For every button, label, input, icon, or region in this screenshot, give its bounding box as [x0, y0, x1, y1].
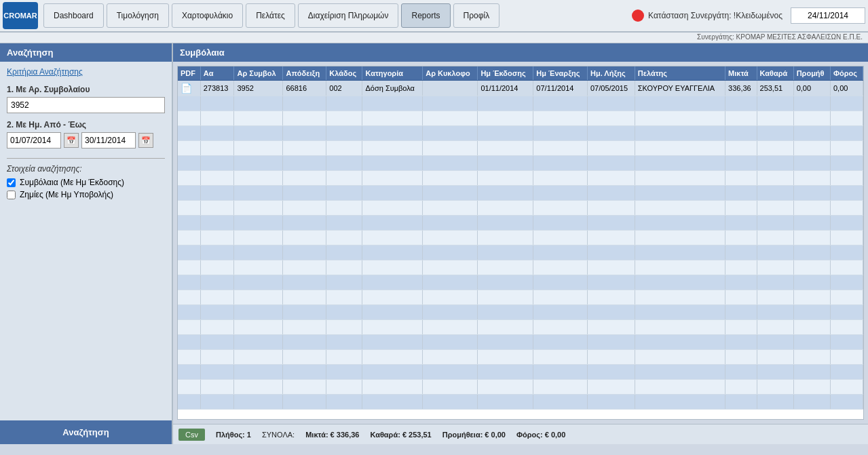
nav-reports[interactable]: Reports: [401, 3, 450, 28]
cell-empty: [283, 275, 326, 290]
cell-empty: [793, 365, 830, 380]
cell-empty: [423, 231, 478, 245]
current-date: 24/11/2014: [791, 7, 865, 24]
checkbox-zimies[interactable]: [7, 191, 16, 199]
cell-empty: [725, 96, 757, 111]
cell-empty: [587, 380, 635, 395]
cell-empty: [830, 380, 863, 395]
cell-empty: [234, 171, 283, 186]
cell-empty: [283, 111, 326, 126]
cell-empty: [200, 275, 234, 290]
nav-invoicing[interactable]: Τιμολόγηση: [107, 3, 169, 28]
cell-empty: [478, 126, 533, 141]
cell-empty: [757, 245, 793, 260]
cell-empty: [635, 290, 725, 305]
table-row-empty: [178, 201, 863, 216]
cell-empty: [423, 395, 478, 410]
cell-empty: [757, 171, 793, 186]
nav-clients[interactable]: Πελάτες: [246, 3, 295, 28]
cell-empty: [178, 320, 200, 335]
criteria-link[interactable]: Κριτήρια Αναζήτησης: [7, 67, 165, 77]
cell-empty: [830, 260, 863, 275]
cell-empty: [326, 380, 362, 395]
cell-ar-kykloforia: [423, 81, 478, 96]
csv-button[interactable]: Csv: [178, 429, 205, 441]
cell-empty: [587, 290, 635, 305]
cell-empty: [423, 335, 478, 350]
cell-empty: [478, 186, 533, 201]
cell-empty: [830, 320, 863, 335]
cell-empty: [725, 395, 757, 410]
cell-empty: [423, 305, 478, 320]
cell-empty: [635, 275, 725, 290]
cell-empty: [178, 290, 200, 305]
cell-empty: [587, 335, 635, 350]
cell-empty: [200, 365, 234, 380]
cell-empty: [283, 96, 326, 111]
cell-empty: [283, 126, 326, 141]
cell-empty: [362, 245, 423, 260]
search-button[interactable]: Αναζήτηση: [0, 420, 172, 444]
cell-empty: [326, 260, 362, 275]
cell-empty: [830, 141, 863, 156]
col-pdf: PDF: [178, 66, 200, 81]
cell-empty: [283, 231, 326, 245]
nav-dashboard[interactable]: Dashboard: [43, 3, 104, 28]
nav-payments[interactable]: Διαχείριση Πληρωμών: [298, 3, 399, 28]
cell-empty: [478, 350, 533, 365]
cell-empty: [725, 260, 757, 275]
cell-empty: [533, 201, 588, 216]
cell-empty: [533, 245, 588, 260]
cell-empty: [793, 201, 830, 216]
pdf-icon[interactable]: 📄: [181, 83, 192, 94]
cell-empty: [200, 380, 234, 395]
date-from-calendar-btn[interactable]: 📅: [64, 133, 79, 148]
cell-empty: [478, 231, 533, 245]
checkbox-symbolia[interactable]: [7, 178, 16, 187]
cell-empty: [725, 305, 757, 320]
cell-pdf[interactable]: 📄: [178, 81, 200, 96]
cell-empty: [587, 305, 635, 320]
status-text: Κατάσταση Συνεργάτη: !Κλειδωμένος: [648, 11, 782, 20]
col-kathara: Καθαρά: [757, 66, 793, 81]
cell-empty: [587, 365, 635, 380]
cell-empty: [234, 96, 283, 111]
cell-empty: [757, 96, 793, 111]
date-from-input[interactable]: [7, 132, 61, 149]
date-to-input[interactable]: [81, 132, 136, 149]
nav-portfolio[interactable]: Χαρτοφυλάκιο: [172, 3, 243, 28]
cell-empty: [423, 96, 478, 111]
cell-empty: [793, 305, 830, 320]
cell-empty: [362, 395, 423, 410]
cell-empty: [362, 141, 423, 156]
cell-empty: [793, 395, 830, 410]
cell-empty: [326, 216, 362, 231]
cell-empty: [478, 395, 533, 410]
cell-empty: [830, 231, 863, 245]
cell-empty: [793, 350, 830, 365]
cell-empty: [635, 141, 725, 156]
date-to-calendar-btn[interactable]: 📅: [138, 133, 153, 148]
cell-empty: [830, 156, 863, 171]
cell-empty: [178, 171, 200, 186]
col-foros: Φόρος: [830, 66, 863, 81]
cell-empty: [793, 275, 830, 290]
cell-empty: [200, 171, 234, 186]
cell-empty: [533, 260, 588, 275]
app-logo: CROMAR: [3, 2, 38, 29]
cell-empty: [283, 335, 326, 350]
cell-empty: [533, 290, 588, 305]
nav-profile[interactable]: Προφίλ: [453, 3, 500, 28]
table-row[interactable]: 📄 273813 3952 66816 002 Δόση Συμβολα 01/…: [178, 81, 863, 96]
cell-empty: [830, 186, 863, 201]
cell-empty: [326, 305, 362, 320]
cell-empty: [283, 171, 326, 186]
cell-empty: [178, 231, 200, 245]
cell-empty: [423, 290, 478, 305]
cell-empty: [635, 335, 725, 350]
contract-number-input[interactable]: [7, 97, 165, 113]
cell-empty: [200, 216, 234, 231]
cell-empty: [830, 275, 863, 290]
cell-empty: [234, 395, 283, 410]
cell-empty: [587, 111, 635, 126]
